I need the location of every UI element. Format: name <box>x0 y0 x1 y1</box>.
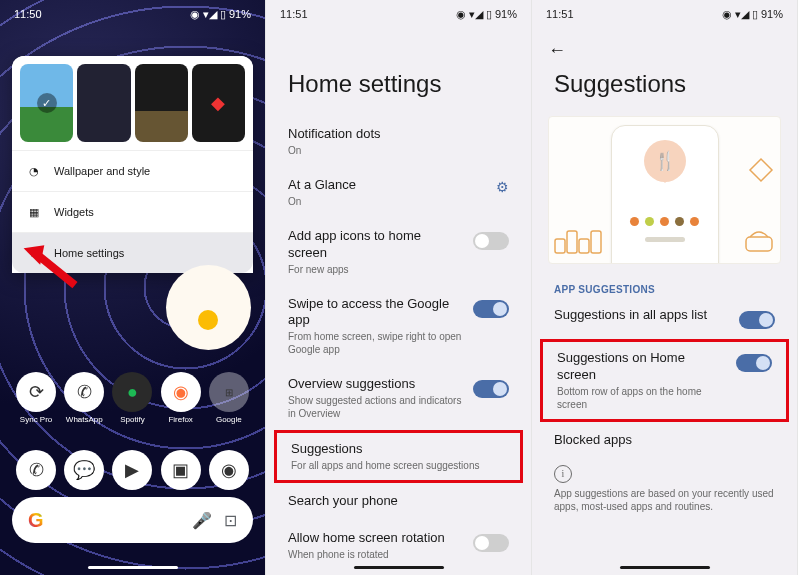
whatsapp-icon: ✆ <box>64 372 104 412</box>
setting-at-a-glance[interactable]: At a Glance On ⚙ <box>288 167 509 218</box>
setting-title: Search your phone <box>288 493 509 510</box>
svg-rect-4 <box>746 237 772 251</box>
screen-home-settings: 11:51 ◉ ▾◢ ▯ 91% Home settings Notificat… <box>266 0 532 575</box>
setting-sub: From home screen, swipe right to open Go… <box>288 330 463 356</box>
settings-list-2: Search your phone Allow home screen rota… <box>266 483 531 571</box>
mic-icon[interactable]: 🎤 <box>192 511 212 530</box>
setting-title: Overview suggestions <box>288 376 463 393</box>
sync-icon: ⟳ <box>16 372 56 412</box>
toggle-add-icons[interactable] <box>473 232 509 250</box>
lens-icon[interactable]: ⊡ <box>224 511 237 530</box>
section-header: APP SUGGESTIONS <box>532 278 797 297</box>
setting-suggestions-all-apps[interactable]: Suggestions in all apps list <box>554 297 775 339</box>
info-text: App suggestions are based on your recent… <box>532 487 797 513</box>
battery-percent: 91% <box>229 8 251 20</box>
setting-search-phone[interactable]: Search your phone <box>288 483 509 520</box>
setting-suggestions-home[interactable]: Suggestions on Home screen Bottom row of… <box>557 350 772 411</box>
chat-icon: 💬 <box>64 450 104 490</box>
app-label: Sync Pro <box>20 415 52 424</box>
nav-handle[interactable] <box>88 566 178 569</box>
signal-icon: ▾◢ <box>735 8 749 21</box>
wifi-icon: ◉ <box>456 8 466 21</box>
app-phone[interactable]: ✆ <box>16 450 56 490</box>
app-messages[interactable]: 💬 <box>64 450 104 490</box>
setting-overview-suggestions[interactable]: Overview suggestions Show suggested acti… <box>288 366 509 430</box>
settings-list: Notification dots On At a Glance On ⚙ Ad… <box>266 116 531 430</box>
info-block: i <box>554 459 775 487</box>
toggle-rotation[interactable] <box>473 534 509 552</box>
spotify-icon: ● <box>112 372 152 412</box>
app-whatsapp[interactable]: ✆ WhatsApp <box>64 372 104 424</box>
signal-icon: ▾◢ <box>203 8 217 21</box>
battery-icon: ▯ <box>220 8 226 21</box>
google-g-icon: G <box>28 509 44 532</box>
gear-icon[interactable]: ⚙ <box>496 179 509 195</box>
toggle-home-suggestions[interactable] <box>736 354 772 372</box>
wallpaper-thumbs[interactable]: ◆ <box>12 56 253 150</box>
toggle-overview[interactable] <box>473 380 509 398</box>
screen-home-menu: 11:50 ◉ ▾◢ ▯ 91% ◆ ◔ Wallpaper and style… <box>0 0 266 575</box>
app-google[interactable]: ⊞ Google <box>209 372 249 424</box>
setting-sub: Bottom row of apps on the home screen <box>557 385 726 411</box>
nav-handle[interactable] <box>620 566 710 569</box>
status-time: 11:51 <box>546 8 574 20</box>
toggle-all-apps[interactable] <box>739 311 775 329</box>
app-row-main: ⟳ Sync Pro ✆ WhatsApp ● Spotify ◉ Firefo… <box>0 372 265 424</box>
app-row-dock: ✆ 💬 ▶ ▣ ◉ <box>0 450 265 490</box>
highlight-suggestions: Suggestions For all apps and home screen… <box>274 430 523 483</box>
status-bar: 11:51 ◉ ▾◢ ▯ 91% <box>532 0 797 28</box>
battery-icon: ▯ <box>752 8 758 21</box>
camera-icon: ◉ <box>209 450 249 490</box>
setting-blocked-apps[interactable]: Blocked apps <box>554 422 775 459</box>
setting-title: Swipe to access the Google app <box>288 296 463 330</box>
illustration: 🍴 <box>548 116 781 264</box>
app-label: Firefox <box>168 415 192 424</box>
info-icon: i <box>554 465 572 483</box>
nav-handle[interactable] <box>354 566 444 569</box>
setting-sub: Show suggested actions and indicators in… <box>288 394 463 420</box>
setting-sub: When phone is rotated <box>288 548 463 561</box>
toggle-swipe-google[interactable] <box>473 300 509 318</box>
widgets-icon: ▦ <box>26 204 42 220</box>
wallpaper-thumb-3[interactable] <box>135 64 188 142</box>
firefox-icon: ◉ <box>161 372 201 412</box>
app-label: Spotify <box>120 415 144 424</box>
back-button[interactable]: ← <box>548 40 566 61</box>
play-icon: ▶ <box>112 450 152 490</box>
wallpaper-thumb-1[interactable] <box>20 64 73 142</box>
menu-wallpaper-style[interactable]: ◔ Wallpaper and style <box>12 150 253 191</box>
menu-widgets[interactable]: ▦ Widgets <box>12 191 253 232</box>
app-firefox[interactable]: ◉ Firefox <box>161 372 201 424</box>
svg-rect-2 <box>579 239 589 253</box>
setting-title: At a Glance <box>288 177 486 194</box>
search-bar[interactable]: G 🎤 ⊡ <box>12 497 253 543</box>
app-gallery[interactable]: ▣ <box>161 450 201 490</box>
setting-notification-dots[interactable]: Notification dots On <box>288 116 509 167</box>
status-icons: ◉ ▾◢ ▯ 91% <box>190 8 251 21</box>
phone-icon: ✆ <box>16 450 56 490</box>
app-label: Google <box>216 415 242 424</box>
wallpaper-thumb-2[interactable] <box>77 64 130 142</box>
battery-percent: 91% <box>761 8 783 20</box>
settings-list: Suggestions in all apps list <box>532 297 797 339</box>
svg-rect-1 <box>567 231 577 253</box>
app-play[interactable]: ▶ <box>112 450 152 490</box>
setting-sub: For all apps and home screen suggestions <box>291 459 506 472</box>
gallery-icon: ▣ <box>161 450 201 490</box>
app-sync-pro[interactable]: ⟳ Sync Pro <box>16 372 56 424</box>
google-folder-icon: ⊞ <box>209 372 249 412</box>
screen-suggestions: 11:51 ◉ ▾◢ ▯ 91% ← Suggestions 🍴 APP SUG… <box>532 0 798 575</box>
setting-suggestions[interactable]: Suggestions For all apps and home screen… <box>291 441 506 472</box>
setting-swipe-google[interactable]: Swipe to access the Google app From home… <box>288 286 509 367</box>
app-spotify[interactable]: ● Spotify <box>112 372 152 424</box>
menu-label: Widgets <box>54 206 94 218</box>
app-camera[interactable]: ◉ <box>209 450 249 490</box>
setting-title: Suggestions <box>291 441 506 458</box>
setting-title: Add app icons to home screen <box>288 228 463 262</box>
setting-rotation[interactable]: Allow home screen rotation When phone is… <box>288 520 509 571</box>
clock-widget[interactable] <box>166 265 251 350</box>
svg-rect-0 <box>555 239 565 253</box>
wallpaper-thumb-4[interactable]: ◆ <box>192 64 245 142</box>
status-icons: ◉ ▾◢ ▯ 91% <box>456 8 517 21</box>
setting-add-icons[interactable]: Add app icons to home screen For new app… <box>288 218 509 286</box>
